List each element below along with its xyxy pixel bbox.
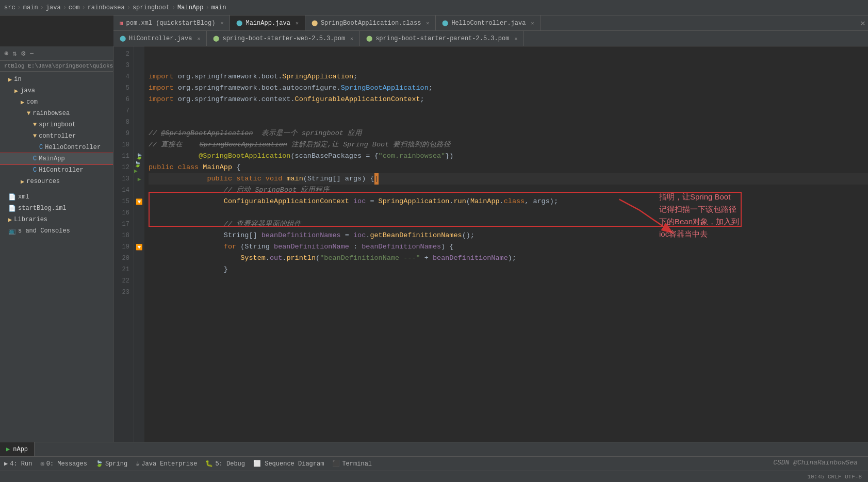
- gutter-20: [134, 253, 144, 264]
- breadcrumb-springboot[interactable]: springboot: [133, 4, 170, 11]
- gutter-21: [134, 264, 144, 275]
- folder-icon-rainbowsea: ▼: [27, 110, 30, 117]
- sidebar-item-controller[interactable]: ▼ controller: [0, 130, 113, 142]
- line-num-7: 7: [113, 105, 134, 117]
- toolbar-run[interactable]: ▶ 4: Run: [4, 460, 32, 468]
- toolbar-java-enterprise[interactable]: ☕ Java Enterprise: [136, 460, 197, 468]
- sidebar-item-rainbowsea[interactable]: ▼ rainbowsea: [0, 108, 113, 119]
- toolbar-terminal[interactable]: ⬛ Terminal: [332, 460, 372, 468]
- tab-icon-spring-parent: ⬤: [366, 35, 372, 42]
- code-line-8: [149, 117, 868, 128]
- tab-close-hicontroller[interactable]: ✕: [197, 36, 200, 42]
- line-num-18: 18: [113, 230, 134, 241]
- sidebar-icon-sync[interactable]: ⇅: [12, 49, 17, 58]
- sidebar-item-com[interactable]: ▶ com: [0, 96, 113, 108]
- line-num-12: 12: [113, 162, 134, 173]
- toolbar-spring[interactable]: 🍃 Spring: [95, 460, 127, 468]
- project-sidebar: ⊕ ⇅ ⚙ − rtBlog E:\Java\SpringBoot\quicks…: [0, 46, 113, 442]
- code-line-15: ConfigurableApplicationContext ioc = Spr…: [149, 196, 868, 207]
- line-num-21: 21: [113, 264, 134, 275]
- tab-close-springbootapp[interactable]: ✕: [426, 20, 429, 26]
- project-path: rtBlog E:\Java\SpringBoot\quickst: [0, 61, 113, 72]
- sidebar-item-libraries[interactable]: ▶ Libraries: [0, 214, 113, 225]
- gutter-4: [134, 71, 144, 82]
- sidebar-item-in[interactable]: ▶ in: [0, 74, 113, 85]
- tab-label-hellocontroller: HelloController.java: [451, 20, 526, 27]
- spring-icon: 🍃: [95, 460, 103, 468]
- tab-icon-hicontroller: ⬤: [120, 35, 126, 42]
- bottom-toolbar: ▶ 4: Run ✉ 0: Messages 🍃 Spring ☕ Java E…: [0, 456, 868, 471]
- breadcrumb-com[interactable]: com: [69, 4, 80, 11]
- run-btn-label: 4: Run: [10, 460, 32, 468]
- gutter-15: 🔽: [134, 196, 144, 207]
- gutter-14: [134, 185, 144, 196]
- code-line-6: import org.springframework.context.Confi…: [149, 94, 868, 105]
- close-editor-button[interactable]: ✕: [858, 15, 868, 30]
- breadcrumb-rainbowsea[interactable]: rainbowsea: [88, 4, 125, 11]
- line-num-17: 17: [113, 219, 134, 230]
- tab-close-pom[interactable]: ✕: [220, 20, 223, 26]
- line-num-16: 16: [113, 207, 134, 219]
- sidebar-item-xml[interactable]: 📄 xml: [0, 191, 113, 203]
- tab-close-hellocontroller[interactable]: ✕: [531, 20, 534, 26]
- line-num-2: 2: [113, 48, 134, 60]
- folder-icon: ▶: [8, 76, 12, 84]
- tab-spring-web-pom[interactable]: ⬤ spring-boot-starter-web-2.5.3.pom ✕: [207, 31, 360, 46]
- debug-label: 5: Debug: [215, 460, 245, 468]
- tab-hellocontroller[interactable]: ⬤ HelloController.java ✕: [436, 15, 541, 30]
- code-line-16: [149, 207, 868, 219]
- tab-icon-springbootapp: ⬤: [312, 20, 318, 26]
- gutter-2: [134, 48, 144, 60]
- line-num-19: 19: [113, 241, 134, 253]
- terminal-label: Terminal: [342, 460, 372, 468]
- folder-icon-springboot: ▼: [33, 121, 37, 128]
- breadcrumb-method: main: [211, 4, 226, 11]
- gutter-13: ▶: [134, 173, 144, 185]
- code-line-7: [149, 105, 868, 117]
- tab-icon-hellocontroller: ⬤: [442, 20, 448, 26]
- sidebar-icon-collapse[interactable]: −: [29, 49, 34, 58]
- sidebar-icon-settings[interactable]: ⚙: [21, 49, 25, 58]
- editor-gutter: 🍃 🍃▶ ▶ 🔽 🔽: [134, 46, 144, 442]
- sidebar-icon-browse[interactable]: ⊕: [4, 49, 8, 58]
- tab-springbootapp[interactable]: ⬤ SpringBootApplication.class ✕: [305, 15, 436, 30]
- sidebar-item-iml[interactable]: 📄 startBlog.iml: [0, 203, 113, 214]
- gutter-23: [134, 287, 144, 298]
- toolbar-sequence[interactable]: ⬜ Sequence Diagram: [253, 460, 324, 468]
- sidebar-tree: ▶ in ▶ java ▶ com ▼ rainbowsea ▼ springb…: [0, 72, 113, 442]
- code-line-17: // 查看容器里面的组件: [149, 219, 868, 230]
- tab-close-spring-web[interactable]: ✕: [350, 36, 353, 42]
- tab-spring-parent-pom[interactable]: ⬤ spring-boot-starter-parent-2.5.3.pom ✕: [360, 31, 524, 46]
- breadcrumb-main[interactable]: main: [23, 4, 38, 11]
- tab-mainapp[interactable]: ⬤ MainApp.java ✕: [230, 15, 305, 30]
- breadcrumb-bar: src › main › java › com › rainbowsea › s…: [0, 0, 868, 15]
- sidebar-item-resources[interactable]: ▶ resources: [0, 176, 113, 187]
- folder-icon-com: ▶: [21, 98, 24, 106]
- breadcrumb-src[interactable]: src: [4, 4, 15, 11]
- tab-pom[interactable]: m pom.xml (quickstartBlog) ✕: [113, 15, 230, 30]
- code-editor[interactable]: 指明，让Spring Boot 记得扫描一下该包路径 下的Bean对象，加入到 …: [144, 46, 868, 442]
- sidebar-item-mainapp[interactable]: C MainApp: [0, 153, 113, 164]
- tab-icon-spring-web: ⬤: [213, 35, 219, 42]
- gutter-19: 🔽: [134, 241, 144, 253]
- tab-label-mainapp: MainApp.java: [245, 20, 290, 27]
- line-num-3: 3: [113, 60, 134, 71]
- toolbar-debug[interactable]: 🐛 5: Debug: [205, 460, 245, 468]
- breadcrumb-mainapp[interactable]: MainApp: [177, 4, 203, 11]
- line-numbers: 2 3 4 5 6 7 8 9 10 11 12 13 14 15 16 17 …: [113, 46, 134, 442]
- sidebar-item-consoles[interactable]: 📺 s and Consoles: [0, 225, 113, 237]
- run-tab-napp[interactable]: ▶ nApp: [0, 442, 35, 456]
- sidebar-item-springboot[interactable]: ▼ springboot: [0, 119, 113, 130]
- toolbar-messages[interactable]: ✉ 0: Messages: [40, 460, 87, 468]
- breadcrumb: src › main › java › com › rainbowsea › s…: [4, 4, 226, 11]
- sidebar-item-java[interactable]: ▶ java: [0, 85, 113, 96]
- breadcrumb-java[interactable]: java: [46, 4, 61, 11]
- tab-hicontroller[interactable]: ⬤ HiController.java ✕: [113, 31, 207, 46]
- tab-close-spring-parent[interactable]: ✕: [514, 36, 517, 42]
- tab-close-mainapp[interactable]: ✕: [296, 20, 299, 26]
- line-num-13: 13: [113, 173, 134, 185]
- sidebar-item-hicontroller[interactable]: C HiController: [0, 164, 113, 176]
- sidebar-item-hellocontroller[interactable]: C HelloController: [0, 142, 113, 153]
- folder-icon-java: ▶: [14, 87, 18, 95]
- line-num-22: 22: [113, 275, 134, 287]
